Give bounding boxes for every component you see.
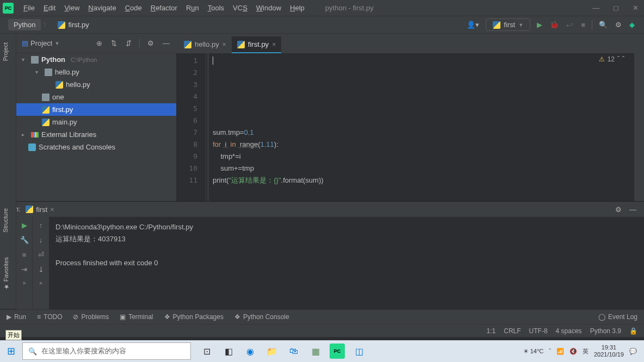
close-icon[interactable]: × bbox=[222, 41, 226, 48]
run-output[interactable]: D:\Miniconda3\python.exe C:/Python/first… bbox=[49, 217, 644, 309]
menu-window[interactable]: Window bbox=[252, 2, 286, 14]
sidetab-structure[interactable]: Structure bbox=[0, 204, 11, 237]
code-content[interactable]: sum,tmp=0,1 for i in range(1,11): tmp*=i… bbox=[208, 53, 328, 201]
more-icon[interactable]: » bbox=[23, 280, 26, 286]
taskbar-explorer[interactable]: 📁 bbox=[264, 344, 280, 359]
wrap-icon[interactable]: ⏎ bbox=[38, 251, 44, 259]
run-config-tab[interactable]: first× bbox=[26, 205, 54, 214]
menu-help[interactable]: Help bbox=[286, 2, 309, 14]
indent[interactable]: 4 spaces bbox=[556, 327, 582, 335]
taskbar-app-3[interactable]: ◫ bbox=[351, 344, 367, 359]
menu-tools[interactable]: Tools bbox=[203, 2, 228, 14]
line-ending[interactable]: CRLF bbox=[504, 327, 521, 335]
tree-item-hello-py[interactable]: hello.py bbox=[16, 78, 176, 91]
breadcrumb-root[interactable]: Python bbox=[8, 19, 41, 30]
taskbar-store[interactable]: 🛍 bbox=[286, 344, 301, 359]
tree-scratches[interactable]: Scratches and Consoles bbox=[16, 141, 176, 153]
tray-chevron[interactable]: ˆ bbox=[549, 348, 551, 354]
inspection-widget[interactable]: ⚠12 ˆ ˇ bbox=[599, 55, 624, 63]
encoding[interactable]: UTF-8 bbox=[529, 327, 548, 335]
tray-ime[interactable]: 英 bbox=[583, 347, 589, 355]
locate-icon[interactable]: ⊕ bbox=[95, 38, 103, 48]
taskbar-app-2[interactable]: ▦ bbox=[308, 344, 323, 359]
interpreter[interactable]: Python 3.9 bbox=[590, 327, 621, 335]
wrench-icon[interactable]: 🔧 bbox=[20, 236, 29, 244]
settings-icon[interactable]: ⚙ bbox=[614, 20, 623, 30]
coverage-button[interactable]: ⮐ bbox=[565, 20, 574, 30]
tab-first-py[interactable]: first.py× bbox=[232, 36, 281, 53]
menu-vcs[interactable]: VCS bbox=[228, 2, 252, 14]
cursor-position[interactable]: 1:1 bbox=[487, 327, 496, 335]
run-hide-icon[interactable]: — bbox=[628, 204, 637, 215]
run-config-selector[interactable]: first ▼ bbox=[486, 18, 530, 31]
taskbar-pycharm[interactable]: PC bbox=[330, 344, 345, 359]
tool-settings-icon[interactable]: ⚙ bbox=[146, 38, 155, 48]
bottom-packages[interactable]: ❖ Python Packages bbox=[164, 313, 224, 321]
close-button[interactable]: ✕ bbox=[630, 3, 641, 13]
minimize-tool-icon[interactable]: — bbox=[162, 38, 171, 48]
taskbar-edge[interactable]: ◉ bbox=[243, 344, 258, 359]
exit-button[interactable]: ⇥ bbox=[21, 265, 27, 273]
tree-item-one[interactable]: one bbox=[16, 91, 176, 103]
tab-hello-py[interactable]: hello.py× bbox=[178, 36, 232, 53]
expand-icon[interactable]: ⇅ bbox=[110, 38, 118, 48]
python-icon bbox=[184, 41, 191, 48]
tray-volume[interactable]: 🔇 bbox=[569, 348, 577, 355]
menu-file[interactable]: File bbox=[19, 2, 39, 14]
maximize-button[interactable]: ◻ bbox=[610, 3, 622, 13]
breadcrumb-file[interactable]: first.py bbox=[52, 19, 94, 30]
code-editor[interactable]: 1234567891011 sum,tmp=0,1 for i in range… bbox=[176, 53, 634, 201]
bottom-eventlog[interactable]: ◯ Event Log bbox=[598, 313, 637, 321]
add-user-icon[interactable]: 👤▾ bbox=[466, 20, 480, 30]
run-settings-icon[interactable]: ⚙ bbox=[614, 204, 623, 215]
window-title: python - first.py bbox=[325, 4, 374, 12]
bottom-problems[interactable]: ⊘ Problems bbox=[73, 313, 109, 321]
weather-widget[interactable]: ☀ 14°C bbox=[523, 348, 544, 355]
tray-network[interactable]: 📶 bbox=[556, 348, 564, 355]
python-icon bbox=[42, 106, 49, 114]
tree-item-main-py[interactable]: main.py bbox=[16, 116, 176, 128]
sidetab-favorites[interactable]: ★ Favorites bbox=[0, 253, 11, 295]
stop-run-button[interactable]: ■ bbox=[22, 251, 27, 259]
sidetab-project[interactable]: Project bbox=[0, 38, 11, 65]
up-button[interactable]: ↑ bbox=[39, 221, 43, 229]
avatar-icon[interactable]: ◆ bbox=[628, 20, 636, 30]
start-button[interactable]: ⊞ bbox=[3, 345, 20, 357]
rerun-button[interactable]: ▶ bbox=[22, 221, 27, 229]
search-icon[interactable]: 🔍 bbox=[598, 20, 609, 30]
bottom-console[interactable]: ❖ Python Console bbox=[234, 313, 289, 321]
taskbar-app-1[interactable]: ◧ bbox=[221, 344, 236, 359]
taskbar-search[interactable]: 🔍 在这里输入你要搜索的内容 bbox=[22, 342, 191, 360]
tray-notifications[interactable]: 💬 bbox=[629, 348, 637, 355]
task-view-icon[interactable]: ⊡ bbox=[199, 344, 214, 359]
close-icon[interactable]: × bbox=[272, 41, 276, 48]
bottom-todo[interactable]: ≡ TODO bbox=[37, 313, 62, 321]
project-view-selector[interactable]: ▤ Project ▼ bbox=[22, 39, 59, 47]
lock-icon[interactable]: 🔒 bbox=[629, 327, 637, 335]
menu-refactor[interactable]: Refactor bbox=[146, 2, 182, 14]
scroll-icon[interactable]: ⤓ bbox=[38, 265, 44, 273]
stop-button[interactable]: ■ bbox=[580, 20, 586, 30]
chevron-up-icon[interactable]: ˆ bbox=[617, 55, 620, 63]
bottom-terminal[interactable]: ▣ Terminal bbox=[120, 313, 153, 321]
tree-item-hello-folder[interactable]: ▾hello.py bbox=[16, 66, 176, 78]
minimize-button[interactable]: — bbox=[590, 3, 602, 13]
down-button[interactable]: ↓ bbox=[39, 236, 43, 244]
collapse-icon[interactable]: ⇵ bbox=[125, 38, 133, 48]
menu-view[interactable]: View bbox=[60, 2, 84, 14]
run-button[interactable]: ▶ bbox=[536, 20, 543, 30]
menu-edit[interactable]: Edit bbox=[39, 2, 60, 14]
more-icon[interactable]: » bbox=[39, 280, 42, 286]
menu-navigate[interactable]: Navigate bbox=[84, 2, 120, 14]
folder-icon bbox=[45, 68, 52, 76]
tree-external-libs[interactable]: ▸External Libraries bbox=[16, 128, 176, 141]
tree-item-first-py[interactable]: first.py bbox=[16, 103, 176, 116]
debug-button[interactable]: 🐞 bbox=[549, 20, 560, 30]
menu-code[interactable]: Code bbox=[121, 2, 146, 14]
tray-clock[interactable]: 19:31 2021/10/19 bbox=[594, 344, 624, 358]
tree-root[interactable]: ▾PythonC:\Python bbox=[16, 53, 176, 66]
chevron-down-icon[interactable]: ˇ bbox=[622, 55, 624, 63]
bottom-run[interactable]: ▶ Run bbox=[7, 313, 26, 321]
right-gutter bbox=[634, 34, 644, 201]
menu-run[interactable]: Run bbox=[182, 2, 203, 14]
